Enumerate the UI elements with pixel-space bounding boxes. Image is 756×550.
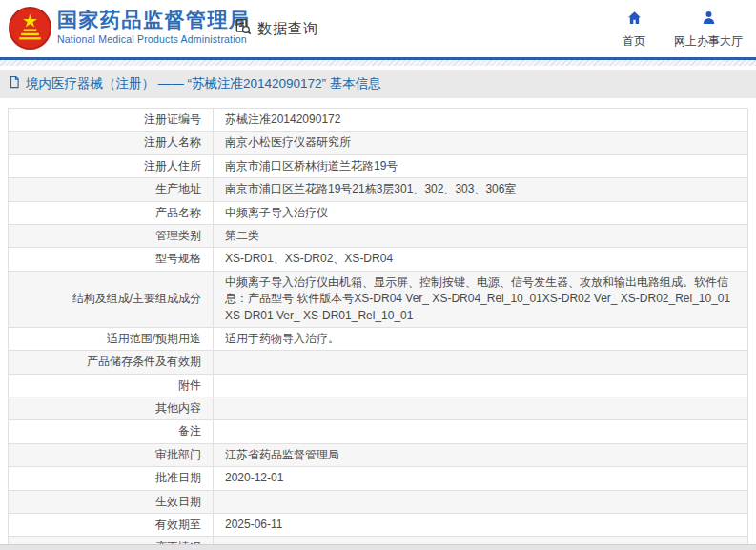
hatch-strip xyxy=(0,60,756,66)
table-row: 注册证编号 苏械注准20142090172 xyxy=(9,109,748,132)
row-label: 注册人名称 xyxy=(9,132,214,154)
table-row: 附件 xyxy=(9,374,748,397)
row-value: 苏械注准20142090172 xyxy=(214,109,748,132)
row-label: 适用范围/预期用途 xyxy=(9,327,214,350)
row-label: 生效日期 xyxy=(9,490,214,513)
row-label-text: 有效期至 xyxy=(155,517,201,533)
row-label-text: 审批部门 xyxy=(155,447,201,463)
table-row: 生产地址 南京市浦口区兰花路19号21栋3层301、302、303、306室 xyxy=(9,178,748,201)
row-value: 南京市浦口区兰花路19号21栋3层301、302、303、306室 xyxy=(214,178,748,201)
row-label-text: 备注 xyxy=(178,423,201,439)
row-value: 中频离子导入治疗仪 xyxy=(214,201,748,224)
row-value: 南京小松医疗仪器研究所 xyxy=(214,132,748,154)
site-header: 国家药品监督管理局 National Medical Products Admi… xyxy=(0,0,756,57)
breadcrumb-text: 境内医疗器械（注册） —— “苏械注准20142090172” 基本信息 xyxy=(26,75,381,92)
row-label: 注册人住所 xyxy=(9,154,214,177)
row-label-text: 批准日期 xyxy=(155,470,201,486)
row-label: 审批部门 xyxy=(9,443,214,466)
row-value xyxy=(214,351,748,374)
row-value-text: 南京市浦口区桥林街道兰花路19号 xyxy=(225,159,398,173)
row-label: 产品储存条件及有效期 xyxy=(9,351,214,374)
page-icon xyxy=(8,75,21,92)
nmpa-emblem-logo xyxy=(8,6,52,51)
row-value-text: XS-DR01、XS-DR02、XS-DR04 xyxy=(225,252,393,265)
row-label: 附件 xyxy=(9,374,214,397)
row-label: 型号规格 xyxy=(9,248,214,271)
row-label-text: 注册人名称 xyxy=(144,134,201,151)
row-value-text: 江苏省药品监督管理局 xyxy=(225,448,339,461)
info-table: 注册证编号 苏械注准20142090172 注册人名称 南京小松医疗仪器研究所 xyxy=(8,108,748,550)
row-label: 产品名称 xyxy=(9,201,214,224)
table-row: 审批部门 江苏省药品监督管理局 xyxy=(9,443,748,466)
row-value xyxy=(214,420,748,443)
row-label-text: 注册人住所 xyxy=(144,158,201,174)
table-row: 产品名称 中频离子导入治疗仪 xyxy=(9,201,748,224)
row-label-text: 生产地址 xyxy=(155,181,201,197)
data-query-tab[interactable]: 数据查询 xyxy=(234,17,318,40)
row-label: 生产地址 xyxy=(9,178,214,201)
table-row: 适用范围/预期用途 适用于药物导入治疗。 xyxy=(9,327,748,350)
row-label: 管理类别 xyxy=(9,224,214,247)
row-value: 适用于药物导入治疗。 xyxy=(214,327,748,350)
breadcrumb: 境内医疗器械（注册） —— “苏械注准20142090172” 基本信息 xyxy=(0,70,756,98)
row-label-text: 结构及组成/主要组成成分 xyxy=(72,291,201,307)
row-label-text: 型号规格 xyxy=(155,251,201,267)
row-value: 2025-06-11 xyxy=(214,514,748,537)
home-icon xyxy=(626,10,643,30)
data-query-label: 数据查询 xyxy=(257,20,318,38)
table-row: 结构及组成/主要组成成分 中频离子导入治疗仪由机箱、显示屏、控制按键、电源、信号… xyxy=(9,271,748,327)
page: 国家药品监督管理局 National Medical Products Admi… xyxy=(0,0,756,550)
info-table-body: 注册证编号 苏械注准20142090172 注册人名称 南京小松医疗仪器研究所 xyxy=(9,109,748,550)
table-row: 产品储存条件及有效期 xyxy=(9,351,748,374)
row-label-text: 注册证编号 xyxy=(144,112,201,128)
row-value: 第二类 xyxy=(214,224,748,247)
row-label-text: 附件 xyxy=(178,377,201,394)
user-icon xyxy=(701,10,717,30)
table-row: 管理类别 第二类 xyxy=(9,224,748,247)
row-value-text: 中频离子导入治疗仪由机箱、显示屏、控制按键、电源、信号发生器、攻放和输出电路组成… xyxy=(225,275,730,322)
row-value-text: 第二类 xyxy=(225,229,259,242)
table-row: 型号规格 XS-DR01、XS-DR02、XS-DR04 xyxy=(9,248,748,271)
row-value-text: 2020-12-01 xyxy=(225,471,283,484)
nav-online-hall[interactable]: 网上办事大厅 xyxy=(674,10,743,50)
row-value-text: 适用于药物导入治疗。 xyxy=(225,332,339,345)
row-value: XS-DR01、XS-DR02、XS-DR04 xyxy=(214,248,748,271)
row-value: 2020-12-01 xyxy=(214,467,748,490)
row-label: 注册证编号 xyxy=(9,109,214,132)
header-nav: 首页 网上办事大厅 xyxy=(623,10,743,50)
row-label-text: 产品名称 xyxy=(155,205,201,221)
row-value: 南京市浦口区桥林街道兰花路19号 xyxy=(214,154,748,177)
table-row: 注册人名称 南京小松医疗仪器研究所 xyxy=(9,132,748,154)
table-row: 其他内容 xyxy=(9,397,748,420)
row-label-text: 适用范围/预期用途 xyxy=(107,331,201,347)
row-label-text: 其他内容 xyxy=(155,400,201,417)
table-row: 批准日期 2020-12-01 xyxy=(9,467,748,490)
row-value xyxy=(214,490,748,513)
row-label: 其他内容 xyxy=(9,397,214,420)
row-label-text: 生效日期 xyxy=(155,494,201,510)
row-value-text: 苏械注准20142090172 xyxy=(225,112,340,126)
document-search-icon xyxy=(234,17,253,40)
table-row: 备注 xyxy=(9,420,748,443)
site-title: 国家药品监督管理局 xyxy=(57,8,251,31)
row-value-text: 南京市浦口区兰花路19号21栋3层301、302、303、306室 xyxy=(225,182,516,195)
row-value xyxy=(214,397,748,420)
row-label-text: 管理类别 xyxy=(155,228,201,244)
nav-home-label: 首页 xyxy=(623,33,645,50)
row-value-text: 中频离子导入治疗仪 xyxy=(225,206,328,219)
row-value-text: 2025-06-11 xyxy=(225,518,283,531)
row-value: 江苏省药品监督管理局 xyxy=(214,443,748,466)
footer-strip xyxy=(0,544,756,550)
nav-home[interactable]: 首页 xyxy=(623,10,645,50)
row-label-text: 产品储存条件及有效期 xyxy=(87,354,201,370)
site-subtitle: National Medical Products Administration xyxy=(57,33,251,45)
row-value-text: 南京小松医疗仪器研究所 xyxy=(225,135,351,149)
table-row: 生效日期 xyxy=(9,490,748,513)
row-label: 备注 xyxy=(9,420,214,443)
nav-online-hall-label: 网上办事大厅 xyxy=(674,33,743,50)
title-block: 国家药品监督管理局 National Medical Products Admi… xyxy=(57,8,251,45)
row-label: 批准日期 xyxy=(9,467,214,490)
row-value xyxy=(214,374,748,397)
row-label: 结构及组成/主要组成成分 xyxy=(9,271,214,327)
row-value: 中频离子导入治疗仪由机箱、显示屏、控制按键、电源、信号发生器、攻放和输出电路组成… xyxy=(214,271,748,327)
